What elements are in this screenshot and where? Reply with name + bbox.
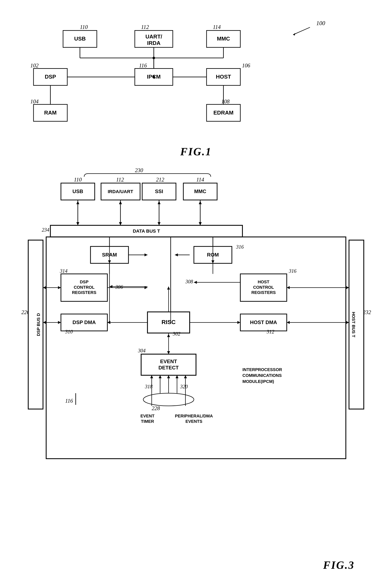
svg-text:USB: USB — [74, 36, 86, 42]
svg-marker-58 — [119, 201, 122, 204]
svg-point-35 — [152, 76, 155, 78]
svg-text:314: 314 — [60, 268, 68, 274]
svg-text:102: 102 — [30, 62, 39, 69]
svg-text:316: 316 — [288, 268, 296, 274]
svg-text:CONTROL: CONTROL — [253, 285, 274, 290]
page: 100 USB 110 UART/ IRDA 112 MMC 114 DSP 1… — [0, 0, 392, 586]
svg-line-1 — [293, 27, 310, 35]
svg-marker-115 — [175, 253, 178, 256]
svg-rect-70 — [28, 240, 43, 409]
svg-text:PERIPHERAL/DMA: PERIPHERAL/DMA — [175, 414, 213, 418]
svg-text:112: 112 — [141, 24, 149, 30]
svg-text:DATA BUS T: DATA BUS T — [133, 228, 160, 234]
svg-marker-144 — [167, 351, 170, 354]
svg-marker-164 — [108, 321, 110, 324]
svg-text:IRDA: IRDA — [147, 40, 160, 46]
svg-text:EVENTS: EVENTS — [186, 419, 202, 424]
svg-text:EVENT: EVENT — [160, 359, 177, 364]
svg-marker-63 — [199, 222, 202, 225]
svg-text:EVENT: EVENT — [140, 414, 154, 418]
svg-text:RISC: RISC — [162, 319, 176, 325]
svg-text:MMC: MMC — [194, 189, 206, 194]
svg-marker-145 — [167, 334, 170, 337]
svg-marker-131 — [238, 321, 240, 324]
svg-text:INTERPROCESSOR: INTERPROCESSOR — [242, 367, 282, 372]
svg-text:DETECT: DETECT — [158, 365, 179, 370]
svg-text:DSP: DSP — [45, 74, 56, 80]
svg-text:IRDA/UART: IRDA/UART — [108, 189, 133, 194]
svg-marker-64 — [199, 201, 202, 204]
fig3-diagram: 230 110 112 212 114 USB IRDA/UART SSI MM… — [16, 162, 376, 557]
svg-text:308: 308 — [185, 279, 193, 284]
svg-text:114: 114 — [196, 177, 204, 183]
svg-marker-57 — [119, 222, 122, 225]
svg-text:COMMUNICATIONS: COMMUNICATIONS — [242, 373, 282, 378]
svg-marker-60 — [158, 222, 160, 225]
svg-text:HOST DMA: HOST DMA — [250, 319, 277, 325]
svg-marker-139 — [346, 286, 349, 289]
svg-text:SSI: SSI — [155, 189, 163, 194]
svg-text:106: 106 — [242, 62, 250, 69]
svg-text:TIMER: TIMER — [141, 419, 154, 424]
svg-text:310: 310 — [65, 329, 73, 334]
svg-text:HOST BUS T: HOST BUS T — [351, 312, 356, 338]
svg-marker-113 — [144, 253, 148, 256]
svg-marker-126 — [43, 321, 46, 324]
svg-text:DSP: DSP — [80, 280, 88, 284]
svg-text:304: 304 — [138, 348, 146, 353]
svg-marker-127 — [58, 321, 61, 324]
svg-marker-136 — [43, 286, 46, 289]
svg-point-39 — [152, 57, 155, 59]
svg-text:316: 316 — [236, 244, 244, 250]
svg-text:230: 230 — [135, 167, 143, 173]
svg-text:116: 116 — [139, 62, 147, 69]
svg-marker-153 — [167, 375, 170, 378]
svg-text:CONTROL: CONTROL — [74, 285, 94, 290]
svg-text:312: 312 — [266, 329, 274, 334]
svg-text:104: 104 — [30, 98, 39, 105]
svg-text:REGISTERS: REGISTERS — [72, 290, 96, 295]
svg-marker-151 — [159, 375, 162, 378]
svg-marker-124 — [194, 281, 197, 284]
fig1-diagram: 100 USB 110 UART/ IRDA 112 MMC 114 DSP 1… — [16, 13, 376, 137]
svg-text:114: 114 — [213, 24, 221, 30]
svg-marker-155 — [176, 375, 178, 378]
svg-text:REGISTERS: REGISTERS — [251, 290, 276, 295]
svg-text:DSP BUS D: DSP BUS D — [36, 313, 41, 336]
svg-text:112: 112 — [116, 177, 124, 183]
svg-marker-142 — [167, 287, 170, 290]
svg-text:DSP DMA: DSP DMA — [72, 319, 96, 325]
svg-text:100: 100 — [316, 20, 325, 27]
svg-text:EDRAM: EDRAM — [213, 110, 234, 116]
svg-marker-133 — [346, 321, 349, 324]
svg-marker-134 — [287, 321, 290, 324]
svg-text:UART/: UART/ — [146, 34, 162, 40]
svg-text:MODULE(IPCM): MODULE(IPCM) — [242, 379, 274, 384]
svg-text:108: 108 — [221, 98, 230, 105]
svg-text:RAM: RAM — [44, 110, 56, 116]
svg-text:212: 212 — [156, 177, 164, 183]
svg-marker-140 — [287, 286, 290, 289]
fig1-title: FIG.1 — [16, 146, 376, 158]
svg-text:302: 302 — [173, 331, 180, 337]
svg-rect-74 — [46, 237, 346, 459]
svg-text:228: 228 — [152, 405, 160, 411]
svg-text:320: 320 — [180, 384, 188, 389]
svg-marker-137 — [58, 286, 61, 289]
svg-text:110: 110 — [80, 24, 88, 30]
svg-marker-157 — [184, 375, 187, 378]
svg-marker-55 — [76, 201, 79, 204]
svg-text:110: 110 — [74, 177, 82, 183]
svg-text:MMC: MMC — [217, 36, 230, 42]
svg-text:USB: USB — [72, 189, 83, 194]
svg-text:HOST: HOST — [216, 74, 231, 80]
svg-text:116: 116 — [65, 398, 73, 404]
svg-rect-72 — [349, 240, 364, 409]
svg-text:234: 234 — [42, 227, 50, 233]
svg-marker-54 — [76, 222, 79, 225]
svg-marker-149 — [150, 375, 153, 378]
svg-marker-61 — [158, 201, 160, 204]
svg-text:306: 306 — [115, 284, 123, 290]
fig3-title: FIG.3 — [16, 559, 376, 571]
svg-text:318: 318 — [145, 384, 153, 389]
